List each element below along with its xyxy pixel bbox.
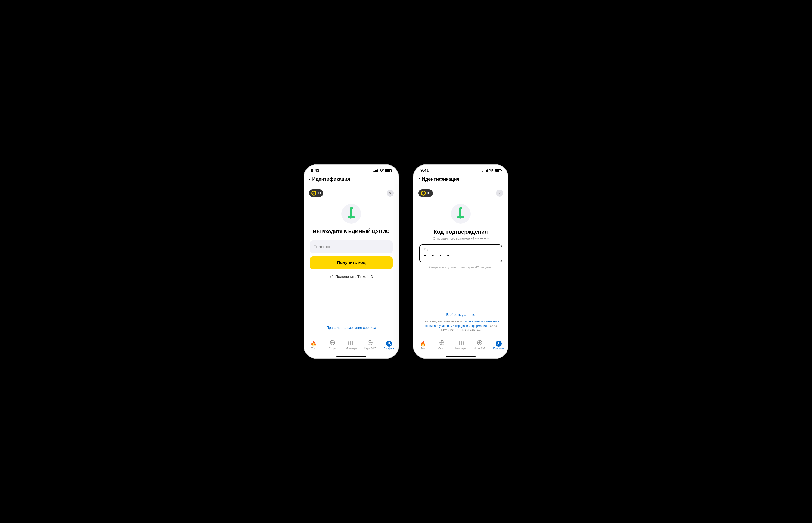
signal-icon-1	[373, 169, 378, 172]
nav-label-games-1: Игры 24/7	[364, 347, 376, 350]
key-icon: 🗝	[328, 273, 334, 279]
battery-icon-1	[385, 169, 392, 172]
terms-link-1[interactable]: Правила пользования сервиса	[326, 326, 376, 332]
get-code-button[interactable]: Получить код	[310, 256, 393, 269]
back-button-2[interactable]: ‹	[418, 176, 420, 182]
nav-label-bets-1: Мои пари	[346, 347, 357, 350]
nav-label-bets-2: Мои пари	[455, 347, 466, 350]
nav-item-sport-2[interactable]: Спорт	[432, 340, 451, 350]
svg-rect-15	[458, 341, 464, 345]
nav-label-sport-1: Спорт	[329, 347, 336, 350]
svg-rect-12	[457, 216, 465, 218]
badge-text-2: ID	[427, 192, 430, 195]
code-input-container[interactable]: Код • • • •	[419, 244, 502, 263]
phones-container: 9:41	[304, 165, 508, 358]
phone-screen1: 9:41	[304, 165, 399, 358]
nav-item-games-1[interactable]: Игры 24/7	[361, 340, 380, 350]
nav-item-top-2[interactable]: 🔥 Топ	[413, 341, 432, 350]
fire-icon-1: 🔥	[310, 341, 317, 346]
consent-text: Вводя код, вы соглашаетесь с правилами п…	[419, 319, 502, 332]
svg-rect-5	[348, 341, 354, 345]
nav-item-top-1[interactable]: 🔥 Топ	[304, 341, 323, 350]
nav-item-bets-1[interactable]: Мои пари	[342, 341, 361, 350]
bets-icon-1	[348, 341, 354, 346]
svg-text:T: T	[423, 193, 424, 194]
status-time-1: 9:41	[311, 168, 319, 173]
choose-data-link[interactable]: Выбрать данные	[446, 312, 475, 317]
badge-text-1: ID	[318, 192, 321, 195]
bets-icon-2	[458, 341, 464, 346]
nav-label-games-2: Игры 24/7	[474, 347, 485, 350]
wifi-icon-1	[380, 169, 384, 173]
app-logo-1	[341, 204, 361, 224]
home-indicator-2	[446, 356, 476, 357]
screen2-body: Код подтверждения Отправили его на номер…	[413, 199, 508, 338]
nav-label-sport-2: Спорт	[438, 347, 445, 350]
status-time-2: 9:41	[420, 168, 429, 173]
page-title-1: Идентификация	[312, 177, 350, 182]
shield-icon-1: T	[311, 191, 316, 196]
tinkoff-id-badge-2: T ID	[418, 190, 433, 197]
home-indicator-1	[336, 356, 366, 357]
bottom-nav-1: 🔥 Топ Спорт Мои пари Игры 24/7	[304, 338, 399, 356]
nav-label-profile-1: Профиль	[384, 347, 394, 350]
shield-icon-2: T	[421, 191, 426, 196]
svg-rect-13	[460, 207, 463, 209]
resend-text: Отправим код повторно через 42 секунды	[429, 266, 492, 269]
close-button-2[interactable]: ×	[496, 190, 503, 197]
sport-icon-1	[330, 340, 335, 346]
battery-icon-2	[495, 169, 501, 172]
tinkoff-id-link[interactable]: 🗝 Подключить Tinkoff ID	[329, 274, 373, 279]
screen1-title: Вы входите в ЕДИНЫЙ ЦУПИС	[313, 229, 389, 234]
phone-screen2: 9:41	[413, 165, 508, 358]
nav-label-profile-2: Профиль	[493, 347, 504, 350]
status-bar-1: 9:41	[304, 165, 399, 175]
close-button-1[interactable]: ×	[386, 190, 394, 197]
status-icons-1	[373, 169, 392, 173]
nav-item-games-2[interactable]: Игры 24/7	[470, 340, 489, 350]
signal-icon-2	[482, 169, 488, 172]
games-icon-1	[367, 340, 373, 346]
modal-top-bar-1: T ID ×	[304, 185, 399, 199]
nav-label-top-1: Топ	[311, 347, 315, 350]
svg-rect-2	[347, 216, 355, 218]
modal-top-bar-2: T ID ×	[413, 185, 508, 199]
screen1-body: Вы входите в ЕДИНЫЙ ЦУПИС Получить код 🗝…	[304, 199, 399, 338]
back-button-1[interactable]: ‹	[309, 176, 311, 182]
phone-input[interactable]	[310, 240, 393, 253]
svg-text:T: T	[313, 193, 314, 194]
modal-card-1: T ID × Вы входите в ЕДИНЫЙ Ц	[304, 185, 399, 338]
nav-item-profile-1[interactable]: Профиль	[380, 341, 399, 350]
wifi-icon-2	[489, 169, 493, 173]
cupis-logo-2	[454, 206, 467, 221]
app-logo-2	[451, 204, 471, 224]
cupis-logo-1	[345, 206, 358, 221]
nav-header-1: ‹ Идентификация	[304, 175, 399, 185]
profile-icon-2	[496, 341, 502, 346]
games-icon-2	[477, 340, 482, 346]
nav-item-sport-1[interactable]: Спорт	[323, 340, 342, 350]
nav-label-top-2: Топ	[421, 347, 425, 350]
profile-icon-1	[386, 341, 392, 346]
consent-link-2[interactable]: условиями передачи информации	[439, 324, 487, 328]
modal-card-2: T ID × Код подтверждения	[413, 185, 508, 338]
bottom-nav-2: 🔥 Топ Спорт Мои пари Игры 24/7	[413, 338, 508, 356]
code-label: Код	[424, 247, 498, 251]
page-title-2: Идентификация	[422, 177, 460, 182]
nav-header-2: ‹ Идентификация	[413, 175, 508, 185]
sport-icon-2	[439, 340, 445, 346]
nav-item-profile-2[interactable]: Профиль	[489, 341, 508, 350]
code-dots: • • • •	[424, 252, 498, 259]
screen2-subtitle: Отправили его на номер +7 ••• •••-••-•	[433, 237, 488, 240]
nav-item-bets-2[interactable]: Мои пари	[451, 341, 470, 350]
status-bar-2: 9:41	[413, 165, 508, 175]
status-icons-2	[482, 169, 501, 173]
fire-icon-2: 🔥	[420, 341, 426, 346]
screen2-title: Код подтверждения	[434, 229, 488, 235]
tinkoff-id-badge-1: T ID	[309, 190, 324, 197]
svg-rect-3	[350, 207, 353, 209]
